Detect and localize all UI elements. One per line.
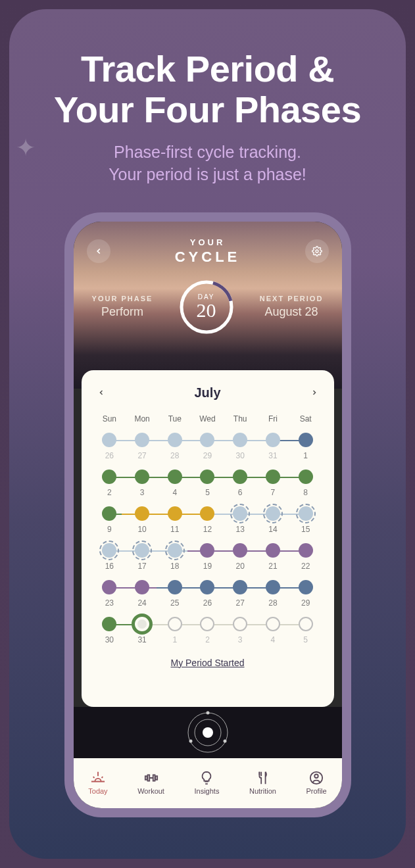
nav-item-nutrition[interactable]: Nutrition <box>249 771 276 795</box>
phase-dot-icon <box>299 543 313 558</box>
headline-line-2: Your Four Phases <box>22 89 393 130</box>
phone-screen: YOUR CYCLE YOUR PHASE Perform <box>74 222 342 808</box>
calendar-day[interactable]: 2 <box>93 470 126 497</box>
calendar-day[interactable]: 21 <box>256 543 289 571</box>
calendar-day[interactable]: 3 <box>126 470 159 497</box>
calendar-day[interactable]: 30 <box>93 617 126 644</box>
calendar-day[interactable]: 28 <box>159 433 191 460</box>
date-number: 24 <box>137 598 146 608</box>
phase-dot-icon <box>233 617 247 631</box>
predicted-ring-icon <box>230 504 250 523</box>
calendar-day[interactable]: 2 <box>191 617 224 644</box>
calendar-row: 16171819202122 <box>93 543 322 571</box>
phase-dot-icon <box>299 617 313 631</box>
back-button[interactable] <box>87 239 110 263</box>
calendar-day[interactable]: 9 <box>93 506 126 534</box>
predicted-ring-icon <box>165 541 185 560</box>
date-number: 22 <box>301 562 310 571</box>
nav-item-profile[interactable]: Profile <box>306 771 326 795</box>
phase-dot-icon <box>102 506 116 521</box>
date-number: 28 <box>170 451 179 460</box>
calendar-day[interactable]: 12 <box>191 506 224 534</box>
fork-icon <box>254 771 271 785</box>
calendar-day[interactable]: 25 <box>159 580 191 608</box>
weekday-label: Sun <box>93 414 126 423</box>
calendar-day[interactable]: 5 <box>289 617 322 644</box>
nav-item-insights[interactable]: Insights <box>194 771 219 795</box>
orbit-button[interactable] <box>185 710 231 756</box>
cycle-header: YOUR CYCLE YOUR PHASE Perform <box>74 222 342 389</box>
calendar-day[interactable]: 11 <box>159 506 191 534</box>
date-number: 27 <box>236 598 245 608</box>
date-number: 16 <box>105 562 114 571</box>
calendar-day[interactable]: 29 <box>191 433 224 460</box>
calendar-day[interactable]: 23 <box>93 580 126 608</box>
calendar-day[interactable]: 6 <box>224 470 256 497</box>
calendar-day[interactable]: 8 <box>289 470 322 497</box>
calendar-day[interactable]: 30 <box>224 433 256 460</box>
today-dot-icon <box>137 619 147 629</box>
calendar-day[interactable]: 28 <box>256 580 289 608</box>
settings-button[interactable] <box>305 239 329 263</box>
calendar-day[interactable]: 18 <box>159 543 191 571</box>
calendar-day[interactable]: 4 <box>159 470 191 497</box>
headline-line-1: Track Period & <box>22 49 393 89</box>
phase-dot-icon <box>266 433 280 447</box>
calendar-day[interactable]: 5 <box>191 470 224 497</box>
date-number: 13 <box>236 525 245 534</box>
calendar-day[interactable]: 19 <box>191 543 224 571</box>
svg-line-11 <box>101 777 103 778</box>
sunrise-icon <box>89 771 107 785</box>
calendar-day[interactable]: 7 <box>256 470 289 497</box>
calendar-day[interactable]: 4 <box>256 617 289 644</box>
calendar-day[interactable]: 26 <box>93 433 126 460</box>
date-number: 12 <box>203 525 212 534</box>
date-number: 30 <box>236 451 245 460</box>
nav-item-today[interactable]: Today <box>88 771 107 795</box>
phase-dot-icon <box>135 506 149 521</box>
phone-frame: YOUR CYCLE YOUR PHASE Perform <box>64 212 351 817</box>
svg-rect-13 <box>145 776 147 780</box>
date-number: 3 <box>238 635 243 644</box>
phase-dot-icon <box>266 617 280 631</box>
calendar-day[interactable]: 31 <box>256 433 289 460</box>
date-number: 6 <box>238 488 243 497</box>
date-number: 5 <box>303 635 308 644</box>
nav-item-workout[interactable]: Workout <box>137 771 164 795</box>
calendar-day[interactable]: 1 <box>289 433 322 460</box>
date-number: 26 <box>203 598 212 608</box>
calendar-day[interactable]: 26 <box>191 580 224 608</box>
calendar-day[interactable]: 16 <box>93 543 126 571</box>
calendar-day[interactable]: 15 <box>289 506 322 534</box>
calendar-month: July <box>194 385 220 400</box>
calendar-day[interactable]: 31 <box>126 617 159 644</box>
cycle-progress-ring[interactable]: DAY 20 <box>177 277 236 337</box>
calendar-day[interactable]: 17 <box>126 543 159 571</box>
weekday-label: Thu <box>224 414 256 423</box>
calendar-day[interactable]: 3 <box>224 617 256 644</box>
nav-label: Insights <box>194 787 219 795</box>
calendar-day[interactable]: 27 <box>126 433 159 460</box>
calendar-day[interactable]: 13 <box>224 506 256 534</box>
weekday-label: Sat <box>289 414 322 423</box>
calendar-day[interactable]: 24 <box>126 580 159 608</box>
period-started-link[interactable]: My Period Started <box>93 658 322 668</box>
phase-dot-icon <box>168 506 182 521</box>
phase-label: YOUR PHASE <box>92 295 153 302</box>
calendar-day[interactable]: 27 <box>224 580 256 608</box>
calendar-day[interactable]: 29 <box>289 580 322 608</box>
svg-point-5 <box>203 727 213 738</box>
calendar-day[interactable]: 20 <box>224 543 256 571</box>
next-month-button[interactable] <box>306 382 322 404</box>
prev-month-button[interactable] <box>93 382 109 404</box>
calendar-day[interactable]: 22 <box>289 543 322 571</box>
date-number: 11 <box>170 525 179 534</box>
calendar-day[interactable]: 1 <box>159 617 191 644</box>
date-number: 21 <box>268 562 277 571</box>
phase-dot-icon <box>299 433 313 447</box>
date-number: 5 <box>205 488 210 497</box>
calendar-day[interactable]: 14 <box>256 506 289 534</box>
svg-line-10 <box>93 777 95 778</box>
calendar-day[interactable]: 10 <box>126 506 159 534</box>
date-number: 20 <box>236 562 245 571</box>
